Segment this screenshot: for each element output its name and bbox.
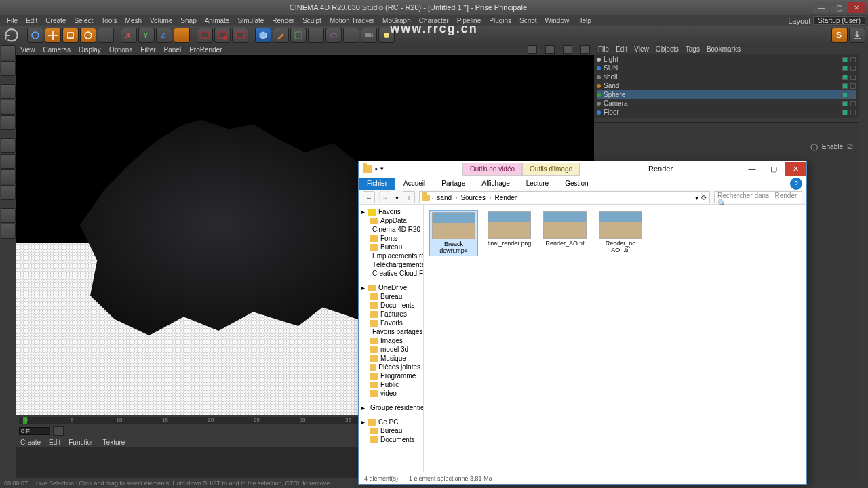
menu-create[interactable]: Create (41, 17, 70, 24)
tweak-mode[interactable] (1, 224, 16, 239)
menu-help[interactable]: Help (573, 17, 595, 24)
enable-checkbox[interactable]: ☑ (847, 143, 853, 150)
last-tool[interactable] (98, 28, 114, 43)
menu-mesh[interactable]: Mesh (121, 17, 146, 24)
mat-texture[interactable]: Texture (103, 439, 125, 446)
enable-axis[interactable] (1, 138, 16, 153)
explorer-titlebar[interactable]: ▪ ▾ Outils de vidéo Outils d'image Rende… (359, 161, 806, 176)
x-axis-lock[interactable]: X (121, 28, 137, 43)
vp-filter[interactable]: Filter (140, 46, 155, 54)
ribbon-tab[interactable]: Gestion (557, 178, 596, 190)
workplane[interactable] (1, 185, 16, 200)
menu-snap[interactable]: Snap (176, 17, 200, 24)
menu-plugins[interactable]: Plugins (485, 17, 515, 24)
object-row[interactable]: shell (597, 73, 856, 81)
vp-toggle-icon[interactable] (580, 45, 590, 54)
render-view-button[interactable] (197, 28, 213, 43)
right-tabs[interactable] (859, 44, 868, 478)
y-axis-lock[interactable]: Y (138, 28, 155, 43)
coord-system[interactable] (174, 28, 190, 43)
explorer-minimize[interactable]: — (741, 162, 763, 176)
light-tool[interactable] (378, 28, 395, 43)
quick-access-icon[interactable]: ▪ (375, 165, 378, 173)
nav-history[interactable]: ▾ (395, 194, 399, 201)
vp-pan-icon[interactable] (528, 45, 537, 54)
viewport-solo[interactable] (1, 154, 16, 169)
tree-item[interactable]: Bureau (360, 426, 422, 435)
menu-volume[interactable]: Volume (146, 17, 176, 24)
om-file[interactable]: File (598, 45, 609, 53)
deformer-tool[interactable] (326, 28, 342, 43)
locked-tool[interactable] (1, 208, 16, 223)
vp-view[interactable]: View (20, 46, 35, 54)
om-edit[interactable]: Edit (616, 45, 627, 53)
path-refresh[interactable]: ⟳ (701, 194, 707, 201)
tree-group[interactable]: ▸Groupe résidentiel (360, 403, 422, 412)
rotate-tool[interactable] (80, 28, 96, 43)
render-settings-button[interactable] (232, 28, 248, 43)
minimize-button[interactable]: — (813, 2, 829, 13)
menu-render[interactable]: Render (268, 17, 298, 24)
tree-item[interactable]: Téléchargements (360, 260, 422, 269)
points-mode[interactable] (1, 84, 16, 99)
undo-button[interactable] (3, 28, 20, 43)
menu-edit[interactable]: Edit (22, 17, 41, 24)
file-item[interactable]: Render_no AO_.tif (596, 210, 645, 255)
ribbon-tab[interactable]: Accueil (395, 178, 433, 190)
ribbon-tab[interactable]: Lecture (518, 178, 557, 190)
menu-window[interactable]: Window (541, 17, 574, 24)
help-icon[interactable]: ? (790, 178, 802, 190)
maximize-button[interactable]: ▢ (831, 2, 847, 13)
tree-item[interactable]: Documents (360, 435, 422, 444)
mat-create[interactable]: Create (20, 439, 41, 446)
goto-start[interactable] (53, 426, 64, 436)
context-tab-image[interactable]: Outils d'image (522, 163, 580, 176)
breadcrumb-path[interactable]: › sand › Sources › Render ▾ ⟳ (419, 191, 710, 203)
om-view[interactable]: View (634, 45, 649, 53)
explorer-maximize[interactable]: ▢ (763, 162, 785, 176)
mat-edit[interactable]: Edit (49, 439, 60, 446)
subdivision-tool[interactable] (290, 28, 307, 43)
om-tags[interactable]: Tags (686, 45, 700, 53)
tree-item[interactable]: Favoris (360, 319, 422, 327)
tree-item[interactable]: Bureau (360, 292, 422, 301)
tree-group[interactable]: ▸Ce PC (360, 418, 422, 426)
path-dropdown[interactable]: ▾ (695, 194, 698, 201)
search-input[interactable]: Rechercher dans : Render 🔍 (714, 191, 802, 203)
ribbon-tab[interactable]: Fichier (359, 178, 395, 190)
tree-item[interactable]: video (360, 389, 422, 398)
mat-function[interactable]: Function (68, 439, 94, 446)
object-tree[interactable]: LightSUNshellSandSphereCameraFloor (594, 54, 859, 118)
file-item[interactable]: Breack down.mp4 (429, 210, 478, 256)
crumb-render[interactable]: Render (492, 194, 519, 201)
vp-display[interactable]: Display (79, 46, 101, 54)
crumb-sources[interactable]: Sources (458, 194, 488, 201)
tree-item[interactable]: Pièces jointes (360, 363, 422, 371)
tree-item[interactable]: Emplacements ré (360, 251, 422, 260)
menu-character[interactable]: Character (415, 17, 453, 24)
tree-item[interactable]: Documents (360, 301, 422, 310)
menu-select[interactable]: Select (70, 17, 97, 24)
menu-pipeline[interactable]: Pipeline (453, 17, 486, 24)
menu-script[interactable]: Script (515, 17, 541, 24)
nav-back[interactable]: ← (363, 191, 375, 203)
vp-zoom-icon[interactable] (545, 45, 555, 54)
download-button[interactable] (849, 28, 865, 43)
edges-mode[interactable] (1, 100, 16, 115)
circle-toggle-icon[interactable]: ◯ (810, 143, 818, 150)
vp-options[interactable]: Options (109, 46, 132, 54)
tree-item[interactable]: Factures (360, 310, 422, 319)
cube-primitive[interactable] (255, 28, 271, 43)
select-tool[interactable] (27, 28, 43, 43)
tree-item[interactable]: model 3d (360, 345, 422, 354)
object-row[interactable]: Camera (597, 99, 856, 108)
object-row[interactable]: Light (597, 55, 856, 64)
explorer-tree[interactable]: ▸FavorisAppDataCinema 4D R20FontsBureauE… (359, 205, 424, 472)
model-mode[interactable] (1, 45, 16, 60)
tree-item[interactable]: Musique (360, 354, 422, 363)
close-button[interactable]: ✕ (848, 2, 865, 13)
store-button[interactable]: S (831, 28, 848, 43)
nav-up[interactable]: ↑ (403, 191, 415, 203)
tree-item[interactable]: Favoris partagés (360, 327, 422, 336)
tree-item[interactable]: Fonts (360, 234, 422, 243)
